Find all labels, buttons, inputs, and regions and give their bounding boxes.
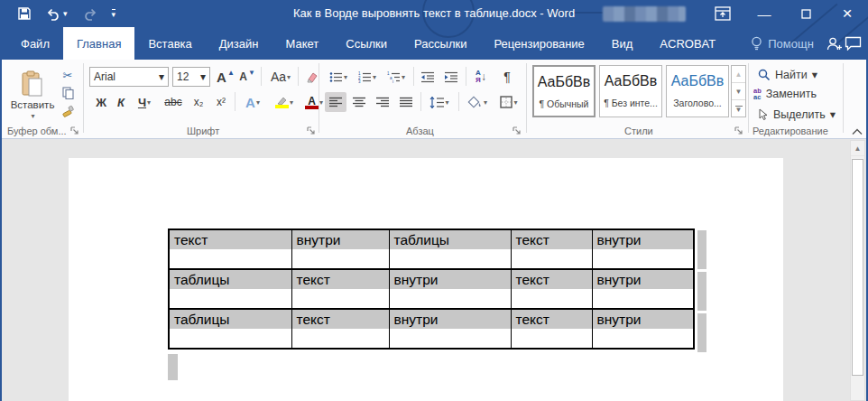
tab-insert[interactable]: Вставка xyxy=(134,27,205,60)
font-color-button[interactable]: А ▾ xyxy=(300,92,328,112)
shading-button[interactable]: ▾ xyxy=(462,92,493,112)
styles-dialog-launcher[interactable] xyxy=(734,126,743,135)
close-button[interactable]: × xyxy=(826,0,868,27)
borders-button[interactable]: ▾ xyxy=(494,92,523,112)
bold-button[interactable]: Ж xyxy=(92,92,110,112)
ribbon-display-options-button[interactable] xyxy=(702,0,743,27)
tab-mailings[interactable]: Рассылки xyxy=(401,27,480,60)
share-person-icon xyxy=(826,36,843,51)
table-cell[interactable]: текст xyxy=(291,269,389,309)
increase-indent-button[interactable] xyxy=(440,66,462,88)
style-heading1[interactable]: АаБбВв Заголово... xyxy=(666,65,729,117)
comments-button[interactable] xyxy=(844,27,863,60)
replace-button[interactable]: abac Заменить xyxy=(753,88,817,100)
subscript-label: x₂ xyxy=(194,96,204,108)
maximize-button[interactable] xyxy=(785,0,826,27)
align-right-button[interactable] xyxy=(372,92,393,112)
text-effects-button[interactable]: А ▾ xyxy=(239,92,266,112)
highlight-color-button[interactable]: ▾ xyxy=(270,92,299,112)
numbering-button[interactable]: 123 ▾ xyxy=(354,66,381,88)
bold-letter: Ж xyxy=(96,96,106,109)
justify-button[interactable] xyxy=(395,92,417,112)
scrollbar-thumb[interactable] xyxy=(852,159,863,376)
strikethrough-button[interactable]: abc xyxy=(161,92,186,112)
tab-file[interactable]: Файл xyxy=(7,27,63,60)
font-family-combo[interactable]: Arial ▾ xyxy=(89,67,169,87)
underline-button[interactable]: Ч▾ xyxy=(132,92,157,112)
paragraph-dialog-launcher[interactable] xyxy=(512,126,522,135)
style-no-spacing[interactable]: АаБбВв ¶ Без инте... xyxy=(599,65,662,117)
line-spacing-caret: ▾ xyxy=(445,98,448,107)
minimize-button[interactable]: — xyxy=(743,0,785,27)
table-cell[interactable]: текст xyxy=(511,309,592,349)
tab-home[interactable]: Главная xyxy=(63,27,134,60)
styles-scroll-up[interactable]: ▲ xyxy=(732,66,745,83)
font-size-combo[interactable]: 12 ▾ xyxy=(172,67,210,87)
table-cell[interactable]: внутри xyxy=(291,229,389,269)
style-normal[interactable]: АаБбВв ¶ Обычный xyxy=(532,65,596,117)
table-cell[interactable]: текст xyxy=(291,309,389,349)
cut-button[interactable]: ✂ xyxy=(58,67,78,83)
shrink-font-button[interactable]: A▼ xyxy=(237,66,257,88)
line-spacing-button[interactable]: ▾ xyxy=(424,92,455,112)
copy-button[interactable] xyxy=(58,85,78,101)
find-button[interactable]: Найти ▾ xyxy=(758,68,817,81)
table-cell[interactable]: внутри xyxy=(592,309,694,349)
document-page[interactable]: текст внутри таблицы текст внутри таблиц… xyxy=(69,158,783,401)
change-case-caret: ▾ xyxy=(287,73,291,81)
select-button[interactable]: Выделить ▾ xyxy=(758,107,836,121)
ribbon-tab-row: Файл Главная Вставка Дизайн Макет Ссылки… xyxy=(0,27,868,60)
subscript-button[interactable]: x₂ xyxy=(188,92,209,112)
document-area[interactable]: текст внутри таблицы текст внутри таблиц… xyxy=(2,140,866,401)
show-paragraph-marks-button[interactable]: ¶ xyxy=(496,66,518,88)
table-cell[interactable]: внутри xyxy=(389,269,511,309)
shading-bucket-icon xyxy=(467,96,483,109)
align-center-button[interactable] xyxy=(348,92,370,112)
document-table[interactable]: текст внутри таблицы текст внутри таблиц… xyxy=(168,228,695,350)
tab-design[interactable]: Дизайн xyxy=(206,27,272,60)
table-cell[interactable]: текст xyxy=(511,269,592,309)
change-case-button[interactable]: Aa ▾ xyxy=(265,66,296,88)
styles-scroll-down[interactable]: ▼ xyxy=(732,83,745,100)
table-cell[interactable]: текст xyxy=(169,229,291,269)
paste-button[interactable]: Вставить ▾ xyxy=(9,65,56,125)
scroll-up-button[interactable]: ▲ xyxy=(851,141,864,156)
table-cell[interactable]: внутри xyxy=(592,269,694,309)
table-cell[interactable]: таблицы xyxy=(389,229,511,269)
multilevel-list-button[interactable]: 1ai ▾ xyxy=(383,66,410,88)
font-size-caret: ▾ xyxy=(200,70,206,83)
selected-text: внутри xyxy=(593,270,694,289)
tell-me-assistant[interactable]: Помощн xyxy=(740,27,825,60)
tab-references[interactable]: Ссылки xyxy=(332,27,401,60)
small-separator xyxy=(235,92,235,111)
table-cell[interactable]: внутри xyxy=(389,309,511,349)
sort-button[interactable]: АЯ ↓ xyxy=(469,66,493,88)
assistant-label: Помощн xyxy=(768,37,814,51)
tab-view[interactable]: Вид xyxy=(598,27,647,60)
format-painter-button[interactable] xyxy=(58,103,78,119)
table-cell[interactable]: таблицы xyxy=(169,269,291,309)
collapse-ribbon-button[interactable] xyxy=(852,128,863,135)
bullets-button[interactable]: ▾ xyxy=(325,66,352,88)
align-left-button[interactable] xyxy=(325,92,346,112)
styles-gallery-more[interactable]: ▼ xyxy=(732,100,745,117)
tab-review[interactable]: Рецензирование xyxy=(480,27,597,60)
tab-label: Рецензирование xyxy=(494,37,584,51)
font-dialog-launcher[interactable] xyxy=(307,126,316,135)
table-cell[interactable]: внутри xyxy=(592,229,694,269)
italic-button[interactable]: К xyxy=(112,92,130,112)
share-button[interactable] xyxy=(825,27,844,60)
tab-label: ACROBAT xyxy=(660,37,716,51)
table-cell[interactable]: текст xyxy=(511,229,592,269)
tab-acrobat[interactable]: ACROBAT xyxy=(646,27,729,60)
tab-layout[interactable]: Макет xyxy=(272,27,332,60)
tab-label: Главная xyxy=(77,37,121,51)
paragraph-group-label: Абзац xyxy=(406,126,434,136)
decrease-indent-button[interactable] xyxy=(417,66,439,88)
superscript-button[interactable]: x² xyxy=(210,92,232,112)
clipboard-dialog-launcher[interactable] xyxy=(70,126,79,135)
vertical-scrollbar[interactable]: ▲ xyxy=(850,140,865,401)
shrink-font-letter: A xyxy=(239,70,247,83)
grow-font-button[interactable]: A▲ xyxy=(215,66,236,88)
table-cell[interactable]: таблицы xyxy=(169,309,291,349)
